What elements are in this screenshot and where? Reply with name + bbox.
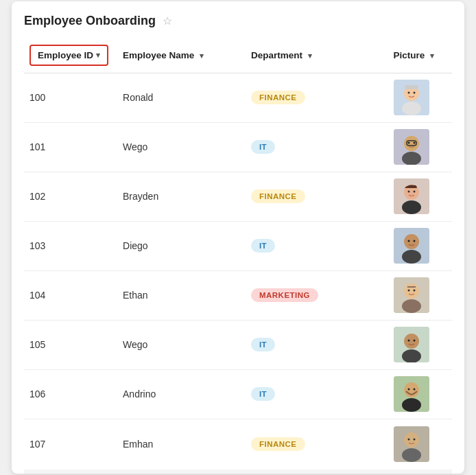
- employee-onboarding-card: Employee Onboarding ☆ Employee ID ▾ Empl…: [12, 1, 464, 474]
- svg-point-20: [407, 240, 409, 242]
- cell-picture: [388, 320, 452, 369]
- cell-picture: [388, 172, 452, 221]
- cell-employee-id: 107: [24, 419, 117, 468]
- svg-point-4: [413, 92, 415, 94]
- col-header-employee-name[interactable]: Employee Name ▾: [117, 38, 246, 73]
- col-header-picture[interactable]: Picture ▾: [388, 38, 452, 73]
- page-title: Employee Onboarding: [24, 14, 156, 28]
- avatar: [394, 277, 429, 313]
- cell-department: IT: [246, 122, 388, 172]
- department-badge: MARKETING: [251, 288, 318, 302]
- cell-employee-id: 102: [24, 172, 117, 221]
- table-row: 105 Wego IT: [24, 320, 452, 369]
- table-row: 106 Andrino IT: [24, 369, 452, 419]
- svg-point-18: [404, 234, 419, 249]
- svg-point-21: [413, 240, 415, 242]
- cell-employee-id: 104: [24, 270, 117, 320]
- svg-point-2: [402, 102, 421, 115]
- svg-point-32: [413, 340, 415, 342]
- svg-point-39: [404, 432, 419, 448]
- chevron-down-icon: ▾: [200, 51, 204, 60]
- cell-employee-name: Wego: [117, 320, 246, 369]
- chevron-down-icon: ▾: [308, 51, 312, 60]
- cell-employee-name: Brayden: [117, 172, 246, 221]
- chevron-down-icon: ▾: [96, 51, 100, 60]
- department-badge: FINANCE: [251, 91, 305, 104]
- cell-department: FINANCE: [246, 172, 388, 221]
- svg-point-25: [407, 290, 409, 292]
- col-header-employee-id[interactable]: Employee ID ▾: [24, 38, 117, 73]
- svg-point-26: [413, 290, 415, 292]
- avatar: [394, 80, 429, 115]
- cell-employee-name: Emhan: [117, 419, 246, 468]
- cell-employee-name: Ronald: [117, 73, 246, 122]
- cell-picture: [388, 419, 452, 468]
- svg-point-10: [413, 142, 415, 144]
- svg-point-35: [402, 398, 421, 412]
- svg-point-31: [407, 340, 409, 342]
- cell-picture: [388, 122, 452, 172]
- cell-employee-id: 105: [24, 320, 117, 369]
- table-row: 103 Diego IT: [24, 221, 452, 270]
- svg-point-42: [413, 438, 415, 440]
- department-badge: FINANCE: [251, 189, 305, 203]
- avatar: [394, 376, 429, 412]
- favorite-icon[interactable]: ☆: [163, 14, 172, 27]
- header: Employee Onboarding ☆: [24, 14, 452, 28]
- cell-picture: [388, 369, 452, 419]
- cell-picture: [388, 270, 452, 320]
- employee-table: Employee ID ▾ Employee Name ▾ Department…: [24, 38, 452, 469]
- svg-point-23: [404, 283, 419, 299]
- cell-employee-name: Andrino: [117, 369, 246, 419]
- department-badge: IT: [251, 239, 275, 253]
- svg-point-3: [407, 92, 409, 94]
- col-header-department[interactable]: Department ▾: [246, 38, 388, 73]
- svg-point-37: [413, 389, 415, 391]
- chevron-down-icon: ▾: [430, 51, 434, 60]
- table-row: 101 Wego IT: [24, 122, 452, 172]
- department-badge: IT: [251, 387, 275, 401]
- svg-point-16: [413, 191, 415, 193]
- svg-point-41: [407, 438, 409, 440]
- cell-department: IT: [246, 320, 388, 369]
- cell-employee-name: Ethan: [117, 270, 246, 320]
- table-row: 100 Ronald FINANCE: [24, 73, 452, 122]
- svg-point-14: [402, 200, 421, 214]
- horizontal-scrollbar[interactable]: [24, 470, 452, 474]
- avatar: [394, 228, 429, 264]
- cell-department: MARKETING: [246, 270, 388, 320]
- cell-picture: [388, 73, 452, 122]
- cell-employee-name: Diego: [117, 221, 246, 270]
- cell-employee-id: 103: [24, 221, 117, 270]
- table-row: 102 Brayden FINANCE: [24, 172, 452, 221]
- avatar: [394, 129, 429, 165]
- cell-employee-id: 100: [24, 73, 117, 122]
- table-row: 104 Ethan MARKETING: [24, 270, 452, 320]
- svg-point-40: [402, 448, 421, 462]
- svg-point-19: [402, 250, 421, 264]
- department-badge: IT: [251, 338, 275, 351]
- svg-point-15: [407, 191, 409, 193]
- cell-department: IT: [246, 221, 388, 270]
- department-badge: FINANCE: [251, 437, 305, 451]
- department-badge: IT: [251, 140, 275, 154]
- svg-point-36: [407, 389, 409, 391]
- svg-point-24: [402, 299, 421, 313]
- avatar: [394, 426, 429, 462]
- table-row: 107 Emhan FINANCE: [24, 419, 452, 468]
- cell-employee-id: 101: [24, 122, 117, 172]
- avatar: [394, 178, 429, 214]
- cell-employee-id: 106: [24, 369, 117, 419]
- cell-department: FINANCE: [246, 419, 388, 468]
- svg-point-9: [407, 142, 409, 144]
- svg-rect-5: [405, 85, 418, 89]
- cell-department: FINANCE: [246, 73, 388, 122]
- cell-department: IT: [246, 369, 388, 419]
- avatar: [394, 327, 429, 362]
- svg-point-29: [404, 334, 419, 349]
- table-header-row: Employee ID ▾ Employee Name ▾ Department…: [24, 38, 452, 73]
- cell-employee-name: Wego: [117, 122, 246, 172]
- cell-picture: [388, 221, 452, 270]
